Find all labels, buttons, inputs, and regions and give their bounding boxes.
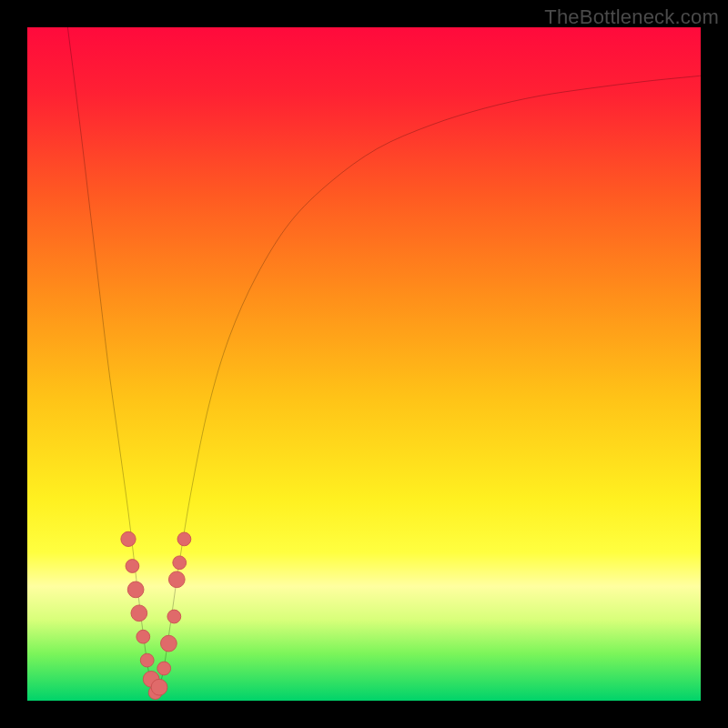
marker-point <box>177 532 191 546</box>
marker-point <box>126 560 139 573</box>
marker-point <box>168 571 185 588</box>
marker-point <box>167 610 181 623</box>
chart-frame: TheBottleneck.com <box>0 0 728 728</box>
curve-layer <box>27 27 701 701</box>
plot-area <box>27 27 701 701</box>
watermark-text: TheBottleneck.com <box>544 5 719 29</box>
marker-point <box>136 630 150 643</box>
marker-point <box>157 662 171 675</box>
marker-point <box>127 581 144 598</box>
bottleneck-curve <box>67 27 701 697</box>
marker-point <box>151 679 167 695</box>
marker-point <box>131 605 147 622</box>
marker-point <box>161 635 177 652</box>
marker-point <box>121 531 136 546</box>
marker-point <box>173 556 187 570</box>
marker-group <box>121 531 191 699</box>
marker-point <box>140 653 154 667</box>
